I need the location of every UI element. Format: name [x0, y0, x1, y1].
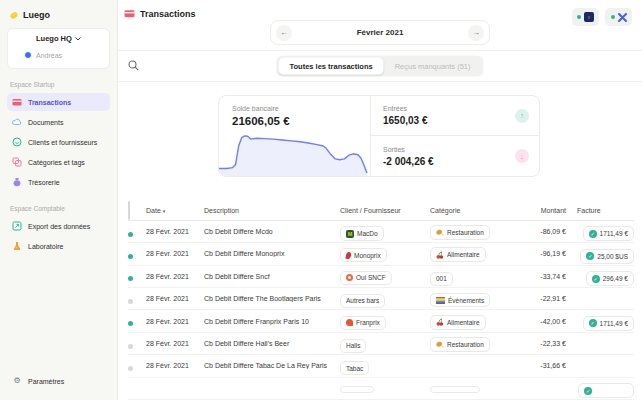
client-chip[interactable]: Autres bars [340, 294, 385, 308]
previous-month-button[interactable]: ← [276, 25, 292, 41]
sidebar-item-laboratory[interactable]: Laboratoire [7, 237, 110, 255]
sidebar-item-transactions[interactable]: Transactions [7, 93, 110, 111]
transaction-date: 28 Févr. 2021 [146, 250, 204, 257]
invoice-chip[interactable]: ✓296,49 € [586, 271, 634, 286]
drumstick-icon [436, 341, 444, 349]
column-invoice: Facture [566, 207, 634, 214]
table-row[interactable]: 28 Févr. 2021 Cb Debit Differe Sncf Oui … [128, 266, 634, 288]
client-chip[interactable]: Monoprix [340, 248, 387, 262]
column-description: Description [204, 207, 340, 214]
tags-icon [12, 157, 22, 167]
tab-missing-receipts[interactable]: Reçus manquants (51) [384, 57, 482, 74]
rainbow-flag-icon [436, 297, 445, 304]
category-chip[interactable]: Évènements [430, 293, 490, 307]
tab-all-transactions[interactable]: Toutes les transactions [278, 57, 383, 74]
client-chip[interactable]: Franprix [340, 316, 386, 330]
check-icon: ✓ [592, 275, 600, 283]
table-row[interactable]: 28 Févr. 2021 Cb Debit Differe The Bootl… [128, 288, 634, 310]
category-chip[interactable]: Restauration [430, 337, 490, 352]
column-category: Catégorie [430, 207, 518, 214]
transaction-amount: -33,74 € [518, 273, 566, 280]
status-dot [128, 276, 133, 281]
client-chip[interactable]: MMacDo [340, 226, 384, 241]
table-row[interactable]: 28 Févr. 2021 Cb Debit Differe Monoprix … [128, 243, 634, 265]
status-dot [128, 388, 133, 393]
category-chip[interactable]: 001 [430, 272, 453, 286]
transaction-amount: -22,91 € [518, 295, 566, 302]
balance-card: Solde bancaire 21606,05 € [219, 96, 371, 176]
page-title: Transactions [118, 0, 196, 19]
cherries-icon [436, 318, 444, 326]
invoice-chip[interactable]: ✓1711,49 € [583, 316, 634, 331]
invoice-chip[interactable]: ✓25,00 $US [580, 249, 634, 264]
sidebar-item-categories[interactable]: Catégories et tags [7, 153, 110, 171]
transaction-description: Cb Debit Differe Sncf [204, 273, 340, 280]
sidebar-item-settings[interactable]: ⚙ Paramètres [7, 372, 110, 390]
category-chip[interactable]: Restauration [430, 225, 490, 240]
arrow-down-icon: ↓ [515, 149, 529, 163]
check-icon: ✓ [584, 387, 592, 395]
outflow-value: -2 004,26 € [383, 155, 434, 168]
table-row[interactable]: 28 Févr. 2021 Cb Debit Differe Mcdo MMac… [128, 221, 634, 243]
current-period: Février 2021 [357, 28, 404, 37]
transaction-description: Cb Debit Differe Franprix Paris 10 [204, 318, 340, 325]
transaction-date: 28 Févr. 2021 [146, 228, 204, 235]
client-chip[interactable]: Oui SNCF [340, 271, 392, 285]
workspace-user: Andréas [36, 52, 62, 59]
sncf-icon [346, 274, 353, 281]
sidebar-item-export[interactable]: Export des données [7, 217, 110, 235]
transaction-description: Cb Debit Differe Mcdo [204, 228, 340, 235]
workspace-switcher[interactable]: Luego HQ Andréas [7, 28, 110, 69]
inflow-label: Entrées [383, 104, 428, 113]
bank-connection-button[interactable]: ≡ [572, 8, 599, 26]
avatar-badge [24, 51, 32, 59]
table-row[interactable]: 28 Févr. 2021 Cb Debit Differe Tabac De … [128, 355, 634, 377]
smiley-icon [12, 137, 22, 147]
category-chip[interactable]: Alimentaire [430, 247, 486, 262]
avatar [14, 41, 30, 57]
arrow-up-icon: ↑ [515, 109, 529, 123]
integration-x-button[interactable] [605, 8, 632, 26]
sidebar-item-treasury[interactable]: Trésorerie [7, 173, 110, 191]
client-chip[interactable]: Tabac [340, 361, 369, 375]
app-window: Luego Luego HQ Andréas Espace Startup Tr… [0, 0, 642, 400]
sidebar-item-documents[interactable]: Documents [7, 113, 110, 131]
client-chip[interactable] [340, 386, 374, 393]
category-chip[interactable]: Alimentaire [430, 315, 486, 330]
column-date[interactable]: Date▾ [146, 207, 204, 214]
select-all-checkbox[interactable] [128, 201, 130, 220]
search-icon[interactable] [128, 60, 139, 71]
table-row[interactable]: 28 Févr. 2021 Cb Debit Differe Hall's Be… [128, 333, 634, 355]
sidebar-item-label: Transactions [28, 99, 71, 106]
inflow-value: 1650,03 € [383, 114, 428, 127]
table-row[interactable]: 28 Févr. 2021 Cb Debit Differe Franprix … [128, 310, 634, 332]
status-dot [128, 299, 133, 304]
bank-logo-icon: ≡ [584, 12, 594, 22]
sidebar-item-clients[interactable]: Clients et fournisseurs [7, 133, 110, 151]
chevron-down-icon [75, 37, 81, 41]
invoice-chip[interactable]: ✓ [578, 383, 634, 398]
invoice-chip[interactable]: ✓1711,49 € [583, 226, 634, 241]
treasury-icon [12, 177, 22, 187]
workspace-name: Luego HQ [36, 34, 72, 43]
transaction-tabs: Toutes les transactions Reçus manquants … [276, 55, 483, 76]
sidebar-item-label: Laboratoire [28, 243, 63, 250]
sidebar-item-label: Paramètres [28, 378, 64, 385]
transaction-amount: -86,09 € [518, 228, 566, 235]
next-month-button[interactable]: → [468, 25, 484, 41]
transaction-date: 28 Févr. 2021 [146, 362, 204, 369]
transaction-date: 28 Févr. 2021 [146, 318, 204, 325]
status-dot [128, 254, 133, 259]
transactions-table: Date▾ Description Client / Fournisseur C… [128, 202, 634, 400]
check-icon: ✓ [589, 230, 597, 238]
balance-label: Solde bancaire [232, 105, 370, 112]
transaction-date: 28 Févr. 2021 [146, 273, 204, 280]
client-chip[interactable]: Halls [340, 339, 366, 353]
drumstick-icon [436, 229, 444, 237]
transaction-date: 28 Févr. 2021 [146, 295, 204, 302]
category-chip[interactable] [430, 386, 480, 393]
table-header: Date▾ Description Client / Fournisseur C… [128, 202, 634, 221]
monoprix-icon [345, 251, 351, 259]
table-row[interactable]: ✓ [128, 378, 634, 400]
transaction-description: Cb Debit Differe Monoprix [204, 250, 340, 257]
